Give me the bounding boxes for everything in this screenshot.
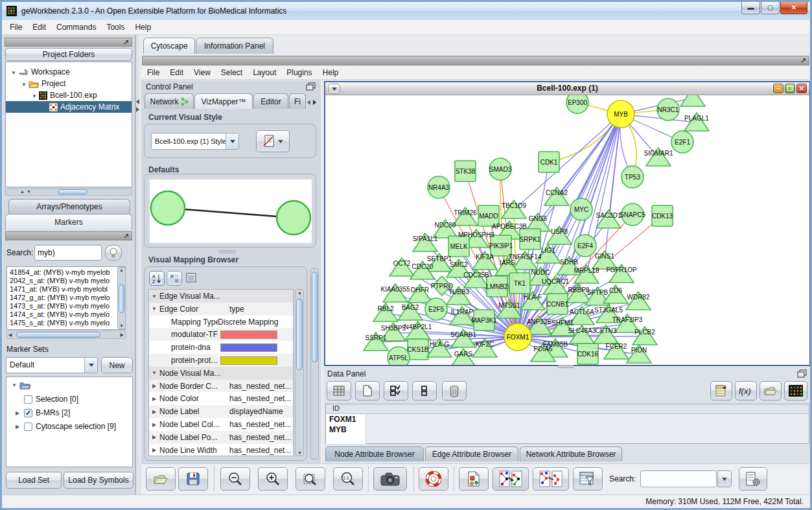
tree-expand-icon[interactable]: ▼ <box>11 67 18 76</box>
vmb-row-node-label-po-[interactable]: ▶Node Label Po...has_nested_net... <box>149 431 293 444</box>
group-by-category-button[interactable] <box>167 271 182 286</box>
attribute-table-header[interactable]: ID <box>326 404 809 414</box>
save-button[interactable] <box>178 467 208 491</box>
filter-table-button[interactable] <box>573 467 603 491</box>
cytoscape-menu-plugins[interactable]: Plugins <box>281 66 317 79</box>
vmb-row-node-color[interactable]: ▶Node Colorhas_nested_net... <box>149 392 293 405</box>
row-expand-icon[interactable]: ▼ <box>149 370 159 376</box>
node-shapes-document-button[interactable] <box>459 467 489 491</box>
network-window-titlebar[interactable]: Bcell-100.exp (1) <box>325 82 809 95</box>
row-expand-icon[interactable]: ▶ <box>149 422 159 428</box>
cytoscape-menu-layout[interactable]: Layout <box>248 66 281 79</box>
tab-filters-clipped[interactable]: Fi <box>289 93 306 109</box>
title-bar[interactable]: geWorkbench 2.3.0 - An Open Extensible P… <box>2 2 810 20</box>
maximize-button[interactable]: ▢ <box>761 2 780 14</box>
network-compare-button[interactable] <box>533 467 569 491</box>
close-button[interactable]: ✕ <box>780 2 807 14</box>
menu-edit[interactable]: Edit <box>27 21 51 34</box>
float-panel-icon[interactable] <box>797 369 807 378</box>
vmb-row-modulator-tf[interactable]: modulator-TF <box>149 328 293 341</box>
style-options-button[interactable] <box>256 130 290 152</box>
checkbox[interactable] <box>24 395 32 404</box>
splitter-handle[interactable] <box>219 250 236 253</box>
expand-icon[interactable]: ↗ <box>800 56 806 65</box>
menu-file[interactable]: File <box>5 21 27 34</box>
vmb-row-protein-dna[interactable]: protein-dna <box>149 341 293 354</box>
sort-az-button[interactable]: AZ <box>149 271 165 286</box>
marker-list-item[interactable]: 1473_s_at: (MYB) v-myb myelo <box>10 302 125 310</box>
import-attributes-button[interactable] <box>760 381 782 400</box>
unselect-attributes-button[interactable] <box>412 381 437 400</box>
tab-markers[interactable]: Markers <box>5 214 132 230</box>
vmb-row-protein-prot-[interactable]: protein-prot... <box>149 354 293 367</box>
tree-expand-icon[interactable]: ▼ <box>32 91 39 100</box>
row-expand-icon[interactable]: ▶ <box>149 447 159 453</box>
load-set-button[interactable]: Load Set <box>6 472 62 489</box>
splitter-handle[interactable] <box>557 365 574 368</box>
attribute-row-myb[interactable]: MYB <box>326 424 365 435</box>
markers-panel-grip[interactable]: ↗ <box>5 231 132 240</box>
row-expand-icon[interactable]: ▶ <box>149 434 159 440</box>
scroll-right-icon[interactable]: ▶ <box>121 332 124 338</box>
expand-icon[interactable]: ↗ <box>123 232 129 240</box>
vmb-row-edge-color[interactable]: ▼Edge Colortype <box>149 303 293 316</box>
scroll-down-icon[interactable]: ▼ <box>119 323 124 328</box>
menu-tools[interactable]: Tools <box>101 21 130 34</box>
scroll-thumb[interactable] <box>296 299 303 370</box>
select-attributes-button[interactable] <box>384 381 408 400</box>
collapse-down-icon[interactable]: ▼ <box>27 189 31 194</box>
network-merge-button[interactable] <box>493 467 529 491</box>
row-expand-icon[interactable]: ▶ <box>149 409 159 415</box>
cytoscape-menu-select[interactable]: Select <box>216 66 248 79</box>
tab-cytoscape[interactable]: Cytoscape <box>143 38 195 54</box>
defaults-box[interactable] <box>144 174 316 248</box>
control-panel-vscrollbar[interactable] <box>310 268 319 459</box>
visual-style-combo[interactable]: Bcell-100.exp (1) Style <box>151 133 239 150</box>
attribute-table-button[interactable] <box>710 381 732 400</box>
marker-list-item[interactable]: 1475_s_at: (MYB) v-myb myelo <box>10 319 125 327</box>
cytoscape-menu-file[interactable]: File <box>142 66 165 79</box>
vmb-row-node-visual-ma-[interactable]: ▼Node Visual Ma... <box>149 367 293 380</box>
vmb-row-node-line-width[interactable]: ▶Node Line Widthhas_nested_net... <box>149 444 293 456</box>
marker-list-hscrollbar[interactable]: ◀ ▶ <box>6 330 126 339</box>
delete-attribute-button[interactable] <box>442 381 467 400</box>
cytoscape-grip[interactable]: ↗ <box>142 56 809 65</box>
row-expand-icon[interactable]: ▶ <box>149 383 159 389</box>
vmb-row-node-label-col-[interactable]: ▶Node Label Col...has_nested_net... <box>149 418 293 431</box>
marker-set-item-selection-0-[interactable]: Selection [0] <box>16 395 78 404</box>
network-restore-button[interactable]: ❐ <box>785 84 795 93</box>
new-set-button[interactable]: New <box>101 357 133 373</box>
zoom-in-button[interactable] <box>258 467 288 491</box>
row-expand-icon[interactable]: ▶ <box>149 396 159 402</box>
marker-list-item[interactable]: 1474_s_at: (MYB) v-myb myelo <box>10 310 125 319</box>
marker-list-item[interactable]: 1471_at: (MYB) v-myb myelobl <box>10 285 125 294</box>
open-file-button[interactable] <box>146 467 176 491</box>
new-attribute-button[interactable] <box>355 381 380 400</box>
combo-arrow[interactable] <box>226 133 238 149</box>
tab-vizmapper[interactable]: VizMapper™ <box>194 93 253 109</box>
search-hint-button[interactable] <box>105 245 122 261</box>
tab-information-panel[interactable]: Information Panel <box>196 38 273 54</box>
marker-list-vscrollbar[interactable]: ▲ ▼ <box>117 267 126 329</box>
tab-editor[interactable]: Editor <box>253 93 288 109</box>
marker-set-item-cytoscape-selection-9-[interactable]: ▶Cytoscape selection [9] <box>16 422 116 431</box>
tree-expand-icon[interactable]: ▶ <box>16 424 21 430</box>
search-dropdown-button[interactable] <box>717 470 732 487</box>
scroll-up-icon[interactable]: ▲ <box>119 268 124 272</box>
zoom-out-button[interactable] <box>220 467 250 491</box>
help-button[interactable] <box>419 467 448 491</box>
attribute-row-foxm1[interactable]: FOXM1 <box>326 414 365 424</box>
network-graph-canvas[interactable]: EP300NR3C1PLAGL1E2F1SIGMAR1TP53CDK1SMAD3… <box>325 95 809 365</box>
list-view-button[interactable] <box>186 273 196 285</box>
menu-commands[interactable]: Commands <box>51 21 101 34</box>
marker-list-item[interactable]: 41854_at: (MYB) v-myb myelob <box>10 268 125 277</box>
tab-scroll-left[interactable] <box>307 100 310 105</box>
collapse-up-icon[interactable]: ▲ <box>20 189 25 194</box>
project-tree-item-project[interactable]: ▼Project <box>6 78 132 89</box>
menu-help[interactable]: Help <box>130 21 156 34</box>
marker-search-input[interactable]: myb) <box>34 245 102 261</box>
network-window-menu-button[interactable] <box>328 84 340 94</box>
marker-set-combo[interactable]: Default <box>6 357 98 373</box>
attribute-grid-button[interactable] <box>327 381 351 400</box>
zoom-actual-size-button[interactable]: 1:1 <box>333 467 363 491</box>
